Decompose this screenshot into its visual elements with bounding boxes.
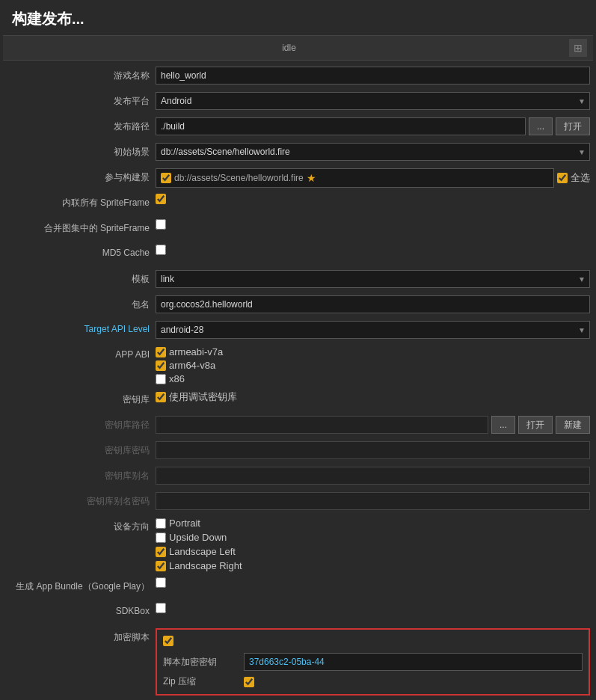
keystore-password-row: 密钥库密码 <box>6 441 590 461</box>
package-control <box>156 295 590 313</box>
encrypt-script-checkbox[interactable] <box>163 636 173 646</box>
build-path-control: ... 打开 <box>156 117 590 135</box>
md5-cache-label: MD5 Cache <box>6 245 156 258</box>
orientation-landscape-left-checkbox[interactable] <box>156 547 166 557</box>
orientation-portrait-label: Portrait <box>169 518 200 529</box>
orientation-landscape-right-label: Landscape Right <box>169 560 242 571</box>
encrypt-key-input[interactable] <box>244 653 583 671</box>
abi-x86-checkbox[interactable] <box>156 374 166 384</box>
build-path-dots-button[interactable]: ... <box>529 117 553 135</box>
encrypt-section: 脚本加密密钥 Zip 压缩 <box>156 628 590 696</box>
orientation-control: Portrait Upside Down Landscape Left Land… <box>156 518 590 571</box>
keystore-dots-button[interactable]: ... <box>491 416 515 434</box>
keystore-alias-password-input[interactable] <box>156 492 590 510</box>
keystore-alias-password-control <box>156 492 590 510</box>
inline-sprite-checkbox[interactable] <box>156 194 166 204</box>
keystore-alias-label: 密钥库别名 <box>6 467 156 482</box>
platform-control: Android iOS Web Mobile <box>156 92 590 110</box>
keystore-path-input[interactable] <box>156 416 488 434</box>
build-path-row-inner: ... 打开 <box>156 117 590 135</box>
participate-label: 参与构建景 <box>6 168 156 184</box>
zip-compress-label: Zip 压缩 <box>163 675 238 688</box>
keystore-control: 使用调试密钥库 <box>156 390 590 404</box>
keystore-password-input[interactable] <box>156 441 590 459</box>
game-name-input[interactable] <box>156 67 590 85</box>
sdkbox-label: SDKBox <box>6 603 156 616</box>
app-abi-label: APP ABI <box>6 346 156 360</box>
build-path-input[interactable] <box>156 117 526 135</box>
keystore-debug-label: 使用调试密钥库 <box>169 390 237 404</box>
keystore-path-inner: ... 打开 新建 <box>156 416 590 434</box>
platform-row: 发布平台 Android iOS Web Mobile <box>6 92 590 111</box>
platform-label: 发布平台 <box>6 92 156 108</box>
encrypt-label: 加密脚本 <box>6 628 156 644</box>
build-path-row: 发布路径 ... 打开 <box>6 117 590 137</box>
keystore-alias-password-row: 密钥库别名密码 <box>6 492 590 512</box>
md5-cache-control <box>156 245 590 255</box>
status-text: idle <box>9 43 569 53</box>
keystore-alias-control <box>156 467 590 485</box>
keystore-path-label: 密钥库路径 <box>6 416 156 432</box>
game-name-label: 游戏名称 <box>6 67 156 82</box>
encrypt-checkbox-row <box>163 636 583 648</box>
status-bar: idle ⊞ <box>3 35 593 61</box>
merge-sprite-control <box>156 219 590 230</box>
orientation-portrait-checkbox[interactable] <box>156 518 166 529</box>
keystore-new-button[interactable]: 新建 <box>556 416 590 434</box>
app-bundle-checkbox[interactable] <box>156 577 166 588</box>
keystore-alias-input[interactable] <box>156 467 590 485</box>
platform-select[interactable]: Android iOS Web Mobile <box>156 92 590 110</box>
title-bar: 构建发布... <box>0 0 596 35</box>
select-all-checkbox[interactable] <box>557 173 568 183</box>
scene-list: db://assets/Scene/helloworld.fire ★ <box>156 168 554 188</box>
keystore-alias-password-label: 密钥库别名密码 <box>6 492 156 508</box>
encrypt-key-row: 脚本加密密钥 <box>163 653 583 671</box>
template-select[interactable]: link default <box>156 270 590 288</box>
abi-armeabi-checkbox[interactable] <box>156 347 166 357</box>
app-bundle-control <box>156 577 590 588</box>
md5-cache-checkbox[interactable] <box>156 245 166 255</box>
package-input[interactable] <box>156 295 590 313</box>
keystore-path-row: 密钥库路径 ... 打开 新建 <box>6 416 590 435</box>
orientation-label: 设备方向 <box>6 518 156 533</box>
template-label: 模板 <box>6 270 156 286</box>
abi-arm64-checkbox[interactable] <box>156 360 166 371</box>
build-publish-window: 构建发布... idle ⊞ 游戏名称 发布平台 Android iOS Web… <box>0 0 596 700</box>
keystore-label: 密钥库 <box>6 390 156 406</box>
start-scene-row: 初始场景 db://assets/Scene/helloworld.fire <box>6 143 590 162</box>
abi-arm64-row: arm64-v8a <box>156 360 223 371</box>
keystore-alias-row: 密钥库别名 <box>6 467 590 486</box>
zip-row: Zip 压缩 <box>163 675 583 688</box>
target-api-label: Target API Level <box>6 321 156 334</box>
md5-cache-row: MD5 Cache <box>6 245 590 264</box>
target-api-row: Target API Level android-28 android-27 <box>6 321 590 340</box>
app-abi-control: armeabi-v7a arm64-v8a x86 <box>156 346 590 384</box>
sdkbox-row: SDKBox <box>6 603 590 622</box>
app-abi-row: APP ABI armeabi-v7a arm64-v8a x86 <box>6 346 590 384</box>
orientation-upsidedown-checkbox[interactable] <box>156 532 166 543</box>
platform-select-wrapper: Android iOS Web Mobile <box>156 92 590 110</box>
merge-sprite-checkbox[interactable] <box>156 219 166 230</box>
inline-sprite-control <box>156 194 590 204</box>
star-icon: ★ <box>307 172 316 184</box>
start-scene-select[interactable]: db://assets/Scene/helloworld.fire <box>156 143 590 161</box>
keystore-debug-checkbox[interactable] <box>156 392 166 402</box>
target-api-control: android-28 android-27 <box>156 321 590 339</box>
keystore-row: 密钥库 使用调试密钥库 <box>6 390 590 410</box>
keystore-password-control <box>156 441 590 459</box>
sdkbox-checkbox[interactable] <box>156 603 166 613</box>
target-api-select[interactable]: android-28 android-27 <box>156 321 590 339</box>
package-label: 包名 <box>6 295 156 311</box>
start-scene-control: db://assets/Scene/helloworld.fire <box>156 143 590 161</box>
abi-x86-row: x86 <box>156 373 223 384</box>
encrypt-row: 加密脚本 脚本加密密钥 Zip 压缩 <box>6 628 590 696</box>
build-path-open-button[interactable]: 打开 <box>556 117 590 135</box>
keystore-debug-row: 使用调试密钥库 <box>156 390 237 404</box>
keystore-open-button[interactable]: 打开 <box>518 416 553 434</box>
orientation-portrait-row: Portrait <box>156 518 242 529</box>
orientation-landscape-right-checkbox[interactable] <box>156 561 166 571</box>
scene-item-checkbox[interactable] <box>161 173 171 183</box>
select-all-row: 全选 <box>557 171 590 185</box>
zip-compress-checkbox[interactable] <box>244 677 254 687</box>
scene-item-label: db://assets/Scene/helloworld.fire <box>174 173 304 183</box>
